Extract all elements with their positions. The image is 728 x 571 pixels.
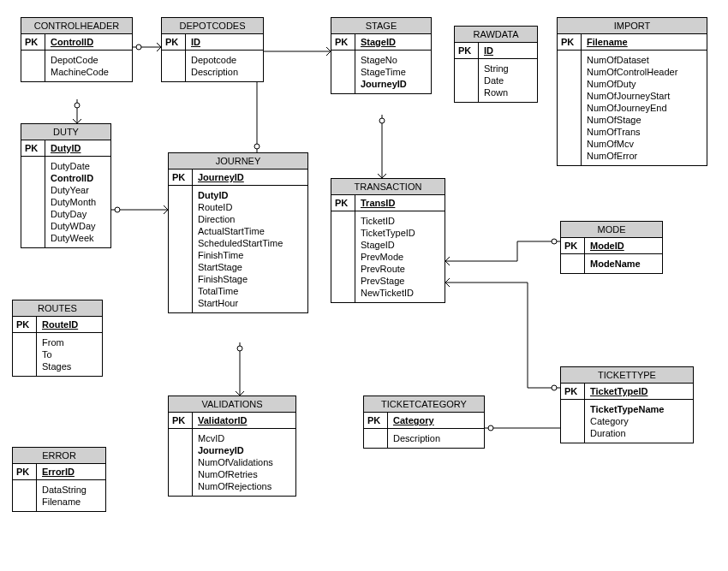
pk-name: TicketTypeID — [585, 384, 693, 399]
attr: StageNo — [361, 54, 426, 66]
pk-label: PK — [162, 34, 186, 50]
attr: FinishTime — [198, 249, 302, 261]
attr: Description — [393, 432, 479, 444]
pk-label: PK — [331, 34, 355, 50]
attr: To — [42, 348, 97, 360]
svg-line-26 — [445, 278, 450, 283]
attr: Depotcode — [191, 54, 258, 66]
attr: NumOfRetries — [198, 468, 290, 480]
entity-mode: MODE PK ModeID ModeName — [560, 221, 663, 274]
pk-name: StageID — [355, 34, 431, 50]
entity-rawdata: RAWDATA PK ID String Date Rown — [454, 26, 538, 103]
pk-name: RouteID — [37, 317, 102, 332]
entity-journey: JOURNEY PK JourneyID DutyID RouteID Dire… — [168, 152, 308, 313]
pk-label: PK — [13, 317, 37, 332]
svg-point-18 — [237, 346, 242, 351]
svg-point-28 — [552, 385, 557, 390]
entity-tickettype: TICKETTYPE PK TicketTypeID TicketTypeNam… — [560, 366, 694, 443]
attr: Direction — [198, 213, 302, 225]
svg-point-7 — [75, 103, 80, 108]
attr: ActualStartTime — [198, 225, 302, 237]
fk-attr: ControlID — [51, 172, 105, 184]
attr: DepotCode — [51, 54, 127, 66]
pk-label: PK — [561, 238, 585, 253]
svg-line-23 — [445, 257, 450, 261]
pk-label: PK — [331, 195, 355, 211]
attr: TicketTypeID — [361, 227, 439, 239]
svg-line-24 — [445, 261, 450, 265]
attr: McvID — [198, 432, 290, 444]
attr: DataString — [42, 484, 100, 496]
attr: NumOfMcv — [587, 138, 701, 150]
attr: Duration — [590, 427, 688, 439]
fk-attr: JourneyID — [198, 444, 290, 456]
attr: From — [42, 336, 97, 348]
entity-title: TICKETTYPE — [561, 367, 693, 384]
attr: StageID — [361, 239, 439, 251]
pk-name: Category — [388, 413, 484, 428]
attr: StartHour — [198, 297, 302, 309]
entity-validations: VALIDATIONS PK ValidatorID McvID Journey… — [168, 396, 296, 497]
attr: StartStage — [198, 261, 302, 273]
entity-title: RAWDATA — [455, 27, 537, 43]
attr: Description — [191, 66, 258, 78]
attr: StageTime — [361, 66, 426, 78]
attr: DutyDay — [51, 208, 105, 220]
pk-label: PK — [455, 43, 479, 58]
attr: Filename — [42, 496, 100, 508]
attr: DutyYear — [51, 184, 105, 196]
attr: Stages — [42, 360, 97, 372]
pk-name: JourneyID — [193, 170, 307, 185]
entity-title: IMPORT — [558, 18, 707, 34]
attr: NumOfError — [587, 150, 701, 162]
attr: MachineCode — [51, 66, 127, 78]
attr: PrevMode — [361, 251, 439, 263]
entity-title: TICKETCATEGORY — [364, 396, 484, 413]
entity-import: IMPORT PK Filename NumOfDataset NumOfCon… — [557, 17, 707, 166]
svg-point-14 — [254, 144, 260, 149]
entity-duty: DUTY PK DutyID DutyDate ControlID DutyYe… — [21, 123, 111, 248]
pk-name: ModeID — [585, 238, 662, 253]
pk-name: ControlID — [45, 34, 132, 50]
attr: NumOfTrans — [587, 126, 701, 138]
attr: Rown — [484, 86, 532, 98]
attr: PrevRoute — [361, 263, 439, 275]
svg-point-11 — [115, 207, 120, 212]
pk-name: ID — [186, 34, 263, 50]
entity-title: MODE — [561, 222, 662, 238]
attr: NumOfJourneyEnd — [587, 102, 701, 114]
entity-title: JOURNEY — [169, 153, 307, 170]
pk-name: ValidatorID — [193, 413, 295, 428]
entity-depotcodes: DEPOTCODES PK ID Depotcode Description — [161, 17, 264, 82]
entity-title: ROUTES — [13, 300, 102, 317]
svg-point-3 — [136, 45, 141, 50]
entity-title: VALIDATIONS — [169, 396, 295, 413]
attr: DutyWDay — [51, 220, 105, 232]
attr: RouteID — [198, 201, 302, 213]
pk-label: PK — [561, 384, 585, 399]
entity-title: DUTY — [21, 124, 110, 140]
pk-label: PK — [169, 170, 193, 185]
pk-name: Filename — [582, 34, 707, 50]
attr: NumOfStage — [587, 114, 701, 126]
entity-routes: ROUTES PK RouteID From To Stages — [12, 300, 103, 377]
attr: DutyWeek — [51, 232, 105, 244]
pk-name: DutyID — [45, 140, 110, 156]
entity-title: ERROR — [13, 448, 105, 464]
pk-label: PK — [169, 413, 193, 428]
attr: NewTicketID — [361, 287, 439, 299]
attr: DutyDate — [51, 160, 105, 172]
attr: DutyMonth — [51, 196, 105, 208]
entity-title: DEPOTCODES — [162, 18, 263, 34]
pk-label: PK — [21, 140, 45, 156]
svg-point-32 — [488, 425, 493, 431]
attr: NumOfRejections — [198, 480, 290, 492]
svg-line-27 — [445, 283, 450, 287]
attr: TotalTime — [198, 285, 302, 297]
svg-point-22 — [379, 118, 385, 123]
entity-transaction: TRANSACTION PK TransID TicketID TicketTy… — [331, 178, 445, 303]
entity-title: CONTROLHEADER — [21, 18, 132, 34]
entity-title: TRANSACTION — [331, 179, 445, 195]
attr: FinishStage — [198, 273, 302, 285]
pk-name: ErrorID — [37, 464, 105, 479]
